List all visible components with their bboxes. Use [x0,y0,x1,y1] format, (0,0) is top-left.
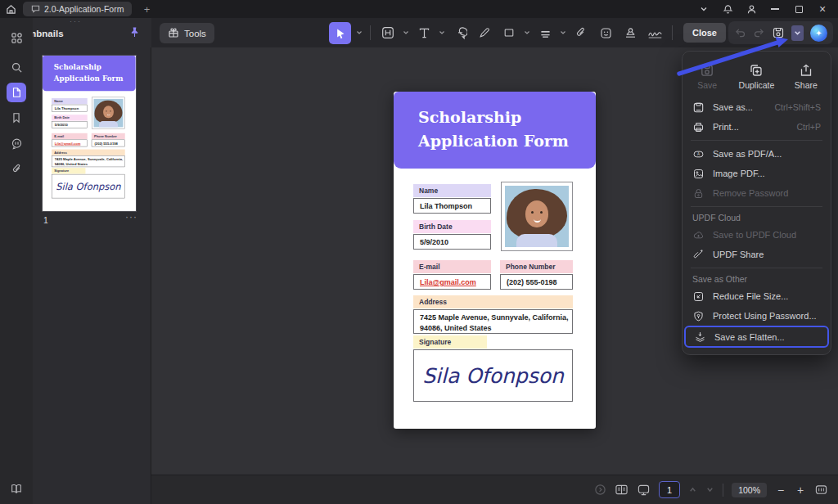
menu-item-save-as-flatten[interactable]: Save as Flatten... [684,326,829,348]
page-number-input[interactable]: 1 [659,481,680,498]
document-page[interactable]: Scholarship Application Form Name Lila T… [43,56,136,211]
page-edit-tool-button[interactable] [378,23,398,43]
address-field-value[interactable]: 7425 Maple Avenue, Sunnyvale, California… [413,309,573,334]
text-tool-chevron-icon[interactable] [439,29,445,36]
expand-panel-icon[interactable] [594,484,606,496]
name-field-value[interactable]: Lila Thompson [413,198,491,214]
menu-item-save-to-updf-cloud[interactable]: Save to UPDF Cloud [683,225,831,245]
search-icon[interactable] [7,57,26,77]
redo-icon[interactable] [753,27,765,39]
text-tool-button[interactable] [414,23,434,43]
email-field-label: E-mail [52,133,88,139]
apps-grid-icon[interactable] [7,28,26,47]
menu-share-button[interactable]: Share [782,56,831,96]
titlebar-chevron-down-icon[interactable] [695,2,713,16]
select-tool-chevron-icon[interactable] [356,29,363,36]
menu-item-save-as[interactable]: Save as... Ctrl+Shift+S [683,97,831,117]
document-page[interactable]: Scholarship Application Form Name Lila T… [394,92,596,429]
signature-value: Sila Ofonpson [56,181,120,191]
reader-mode-icon[interactable] [7,479,26,498]
window-close-button[interactable]: × [813,2,831,16]
flatten-layers-icon [694,331,706,343]
previous-page-chevron-icon[interactable] [688,485,697,494]
page-edit-chevron-icon[interactable] [403,29,409,36]
menu-item-reduce-file-size[interactable]: Reduce File Size... [683,286,831,306]
tab-title: 2.0-Application-Form [44,4,124,14]
sidebar-item-comments[interactable] [7,133,26,153]
pencil-tool-button[interactable] [475,23,494,43]
comment-tool-button[interactable] [450,23,470,43]
thumbnail-more-icon[interactable]: ··· [125,211,137,223]
form-title: Scholarship Application Form [43,56,136,91]
signature-tool-button[interactable] [645,23,665,43]
menu-item-remove-password[interactable]: Remove Password [683,183,831,203]
window-minimize-button[interactable] [766,2,784,16]
close-annotate-button[interactable]: Close [683,23,726,43]
left-sidebar [0,18,33,504]
form-title-line2: Application Form [54,73,136,84]
presentation-mode-icon[interactable] [637,484,651,496]
undo-icon[interactable] [734,27,746,39]
address-field-value[interactable]: 7425 Maple Avenue, Sunnyvale, California… [52,155,125,167]
highlight-tool-chevron-icon[interactable] [560,29,566,36]
new-tab-button[interactable]: + [140,3,153,16]
zoom-out-button[interactable]: − [775,484,786,497]
window-maximize-button[interactable] [790,2,808,16]
cloud-icon [692,229,705,241]
shape-tool-chevron-icon[interactable] [524,29,530,36]
page-layout-icon[interactable] [615,484,628,496]
name-field-value[interactable]: Lila Thompson [52,105,88,112]
birthdate-field-value[interactable]: 5/9/2010 [413,234,491,250]
signature-field[interactable]: Sila Ofonpson [413,349,573,402]
birthdate-field-value[interactable]: 5/9/2010 [52,121,88,128]
menu-item-save-as-pdfa[interactable]: A Save as PDF/A... [683,144,831,164]
app-window: 2.0-Application-Form + × ··· Thumbnails [0,0,838,504]
home-icon[interactable] [0,4,21,15]
share-icon [799,63,813,78]
notifications-bell-icon[interactable] [719,2,737,16]
menu-divider [691,206,822,207]
menu-item-print[interactable]: Print... Ctrl+P [683,117,831,137]
sticker-tool-button[interactable] [596,23,615,43]
email-field-value[interactable]: Lila@gmail.com [413,274,491,290]
phone-field-value[interactable]: (202) 555-0198 [500,274,573,290]
zoom-level[interactable]: 100% [732,483,767,497]
toolbar: ··· Thumbnails Tools [0,18,838,47]
save-dropdown-chevron-icon[interactable] [791,25,804,41]
signature-value: Sila Ofonpson [422,364,564,388]
zoom-in-button[interactable]: + [795,484,806,497]
sidebar-item-thumbnails[interactable] [7,83,26,102]
phone-field-value[interactable]: (202) 555-0198 [92,140,125,147]
password-shield-icon [692,310,705,322]
fit-page-icon[interactable] [814,484,828,496]
applicant-photo[interactable] [92,97,124,129]
shape-tool-button[interactable] [499,23,519,43]
menu-item-updf-share[interactable]: UPDF Share [683,245,831,264]
pin-icon[interactable] [129,26,140,41]
stamp-tool-button[interactable] [620,23,640,43]
signature-field[interactable]: Sila Ofonpson [52,174,125,198]
menu-duplicate-button[interactable]: Duplicate [732,56,781,96]
save-icon[interactable] [772,26,785,39]
updf-ai-button[interactable]: ✦ [810,25,827,42]
attachment-paperclip-icon[interactable] [571,23,591,43]
save-as-icon [692,101,705,114]
birthdate-field-label: Birth Date [413,220,491,233]
select-tool-button[interactable] [329,22,351,44]
email-field-value[interactable]: Lila@gmail.com [52,140,88,147]
page-thumbnail[interactable]: Scholarship Application Form Name Lila T… [43,56,136,211]
account-user-icon[interactable] [742,2,760,16]
menu-item-image-pdf[interactable]: Image PDF... [683,164,831,183]
applicant-photo[interactable] [501,182,573,251]
sidebar-item-attachments[interactable] [7,159,26,178]
menu-item-protect-using-password[interactable]: Protect Using Password... [683,306,831,326]
document-tab[interactable]: 2.0-Application-Form [23,2,132,16]
email-field-label: E-mail [413,260,491,273]
shortcut-label: Ctrl+Shift+S [774,102,821,112]
tools-button[interactable]: Tools [160,23,214,43]
sidebar-item-bookmarks[interactable] [7,108,26,128]
next-page-chevron-icon[interactable] [705,485,714,494]
menu-save-button[interactable]: Save [683,56,732,96]
highlight-tool-button[interactable] [535,23,555,43]
name-field-label: Name [413,184,491,197]
